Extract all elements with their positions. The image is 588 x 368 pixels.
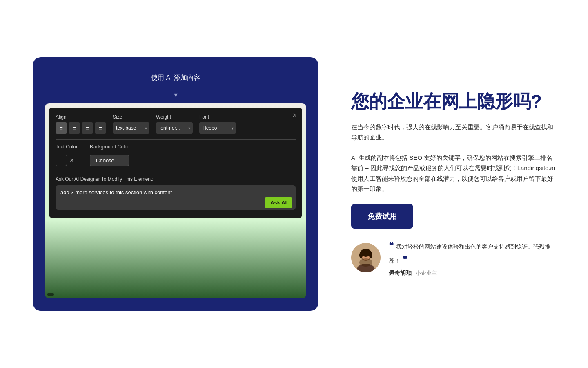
align-center-button[interactable]: ≡ [69,122,80,134]
floating-panel: × Align ≡ ≡ ≡ ≡ Size [49,108,302,218]
color-row: Text Color ✕ Background Color Choose [56,144,296,166]
size-label: Size [113,114,149,120]
text-color-field: Text Color ✕ [56,144,78,166]
svg-point-6 [359,252,363,258]
font-label: Font [199,114,236,120]
align-label: Align [56,114,106,120]
editor-window: × Align ≡ ≡ ≡ ≡ Size [45,103,306,298]
font-field: Font Heebo [199,114,236,134]
svg-point-7 [369,252,372,258]
choose-button[interactable]: Choose [90,155,129,166]
align-buttons: ≡ ≡ ≡ ≡ [56,122,106,134]
cta-button[interactable]: 免费试用 [351,204,413,229]
ask-ai-button[interactable]: Ask AI [265,197,292,208]
svg-point-4 [359,258,372,267]
ai-label: 使用 AI 添加内容 [151,74,200,82]
weight-field: Weight font-nor... [156,114,193,134]
arrow-down-icon: ▾ [174,90,178,99]
panel-controls-row: Align ≡ ≡ ≡ ≡ Size text-base [56,114,296,134]
ai-textarea-wrapper: Ask AI [56,185,296,211]
close-icon[interactable]: × [293,112,296,119]
author-name: 佩奇胡珀 [389,269,412,276]
page-container: 使用 AI 添加内容 ▾ × Align ≡ ≡ ≡ ≡ [0,0,588,368]
testimonial-text: ❝ 我对轻松的网站建设体验和出色的客户支持感到惊讶。强烈推荐！ ❞ 佩奇胡珀 小… [389,238,555,277]
testimonial-quote-text: 我对轻松的网站建设体验和出色的客户支持感到惊讶。强烈推荐！ [389,243,550,264]
weight-label: Weight [156,114,193,120]
author-role: 小企业主 [416,270,437,276]
align-justify-button[interactable]: ≡ [95,122,106,134]
body-text-2: AI 生成的副本将包括 SEO 友好的关键字，确保您的网站在搜索引擎上排名靠前 … [351,153,555,194]
divider [56,139,296,140]
align-field: Align ≡ ≡ ≡ ≡ [56,114,106,134]
bg-color-label: Background Color [90,144,129,150]
body-text-1: 在当今的数字时代，强大的在线影响力至关重要。客户涌向易于在线查找和导航的企业。 [351,122,555,143]
right-panel: 您的企业在网上隐形吗? 在当今的数字时代，强大的在线影响力至关重要。客户涌向易于… [351,91,555,277]
preview-overlay [47,293,54,296]
testimonial: ❝ 我对轻松的网站建设体验和出色的客户支持感到惊讶。强烈推荐！ ❞ 佩奇胡珀 小… [351,238,555,277]
ai-input[interactable] [56,185,296,210]
left-panel: 使用 AI 添加内容 ▾ × Align ≡ ≡ ≡ ≡ [33,57,318,311]
align-left-button[interactable]: ≡ [56,122,67,134]
text-color-swatch: ✕ [56,155,78,166]
testimonial-author: 佩奇胡珀 小企业主 [389,269,555,277]
align-right-button[interactable]: ≡ [82,122,93,134]
size-field: Size text-base [113,114,149,134]
bg-color-field: Background Color Choose [90,144,129,166]
weight-select[interactable]: font-nor... [156,122,193,134]
size-select-wrapper: text-base [113,122,149,134]
font-select[interactable]: Heebo [199,122,236,134]
divider2 [56,172,296,172]
weight-select-wrapper: font-nor... [156,122,193,134]
open-quote-icon: ❝ [389,240,394,251]
text-color-clear-icon[interactable]: ✕ [69,157,74,164]
main-heading: 您的企业在网上隐形吗? [351,91,555,112]
text-color-label: Text Color [56,144,78,150]
close-quote-icon: ❞ [403,255,408,265]
size-select[interactable]: text-base [113,122,149,134]
ai-section-label: Ask Our AI Designer To Modify This Eleme… [56,176,296,182]
text-color-swatch-box[interactable] [56,155,67,166]
font-select-wrapper: Heebo [199,122,236,134]
avatar [351,243,381,272]
testimonial-quote: ❝ 我对轻松的网站建设体验和出色的客户支持感到惊讶。强烈推荐！ ❞ [389,238,555,267]
